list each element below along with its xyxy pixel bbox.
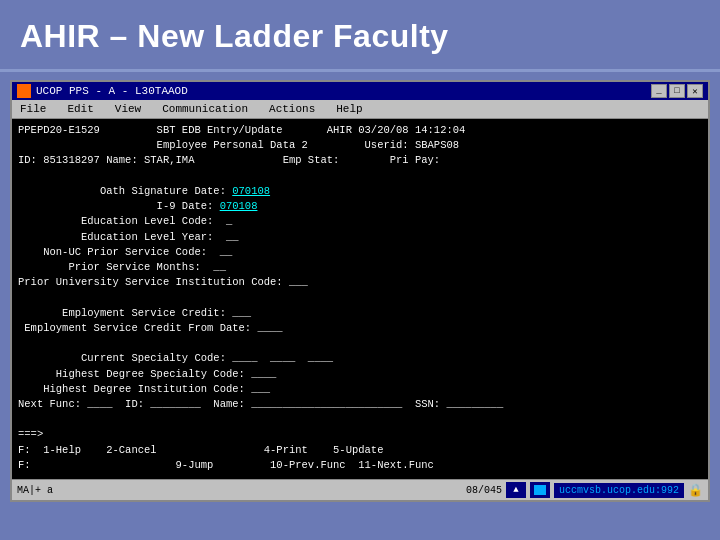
terminal-line-5: Oath Signature Date: 070108 [18,184,702,199]
menu-communication[interactable]: Communication [159,102,251,116]
terminal-line-7: Education Level Code: _ [18,214,702,229]
menu-file[interactable]: File [17,102,49,116]
terminal-line-17: Highest Degree Specialty Code: ____ [18,367,702,382]
terminal-line-20 [18,412,702,427]
terminal-line-14: Employment Service Credit From Date: ___… [18,321,702,336]
server-label: uccmvsb.ucop.edu:992 [554,483,684,498]
terminal-line-3: ID: 851318297 Name: STAR,IMA Emp Stat: P… [18,153,702,168]
minimize-button[interactable]: _ [651,84,667,98]
terminal-line-19: Next Func: ____ ID: ________ Name: _____… [18,397,702,412]
scroll-indicator [530,482,550,498]
maximize-button[interactable]: □ [669,84,685,98]
terminal-line-9: Non-UC Prior Service Code: __ [18,245,702,260]
window-container: UCOP PPS - A - L30TAAOD _ □ ✕ File Edit … [10,80,710,502]
scroll-up-arrow[interactable]: ▲ [506,482,526,498]
menu-actions[interactable]: Actions [266,102,318,116]
status-counter: 08/045 [466,485,502,496]
window-titlebar: UCOP PPS - A - L30TAAOD _ □ ✕ [12,82,708,100]
terminal-line-4 [18,169,702,184]
terminal-line-1: PPEPD20-E1529 SBT EDB Entry/Update AHIR … [18,123,702,138]
window-title: UCOP PPS - A - L30TAAOD [36,85,188,97]
lock-icon: 🔒 [688,483,703,498]
terminal-line-18: Highest Degree Institution Code: ___ [18,382,702,397]
menu-view[interactable]: View [112,102,144,116]
menu-bar: File Edit View Communication Actions Hel… [12,100,708,119]
terminal-line-11: Prior University Service Institution Cod… [18,275,702,290]
menu-help[interactable]: Help [333,102,365,116]
close-button[interactable]: ✕ [687,84,703,98]
page-title-bar: AHIR – New Ladder Faculty [0,0,720,72]
terminal-line-13: Employment Service Credit: ___ [18,306,702,321]
terminal-line-22: F: 1-Help 2-Cancel 4-Print 5-Update [18,443,702,458]
app-icon [17,84,31,98]
terminal-line-21: ===> [18,427,702,442]
terminal-line-15 [18,336,702,351]
i9-date-link[interactable]: 070108 [220,200,258,212]
terminal-line-8: Education Level Year: __ [18,230,702,245]
terminal-line-2: Employee Personal Data 2 Userid: SBAPS08 [18,138,702,153]
menu-edit[interactable]: Edit [64,102,96,116]
terminal-screen: PPEPD20-E1529 SBT EDB Entry/Update AHIR … [12,119,708,479]
page-title: AHIR – New Ladder Faculty [20,18,700,55]
terminal-line-6: I-9 Date: 070108 [18,199,702,214]
scroll-thumb [534,485,546,495]
status-bar: MA|+ a 08/045 ▲ uccmvsb.ucop.edu:992 🔒 [12,479,708,500]
terminal-line-12 [18,290,702,305]
terminal-line-10: Prior Service Months: __ [18,260,702,275]
terminal-line-16: Current Specialty Code: ____ ____ ____ [18,351,702,366]
oath-date-link[interactable]: 070108 [232,185,270,197]
status-mode: MA|+ a [17,485,53,496]
terminal-line-23: F: 9-Jump 10-Prev.Func 11-Next.Func [18,458,702,473]
